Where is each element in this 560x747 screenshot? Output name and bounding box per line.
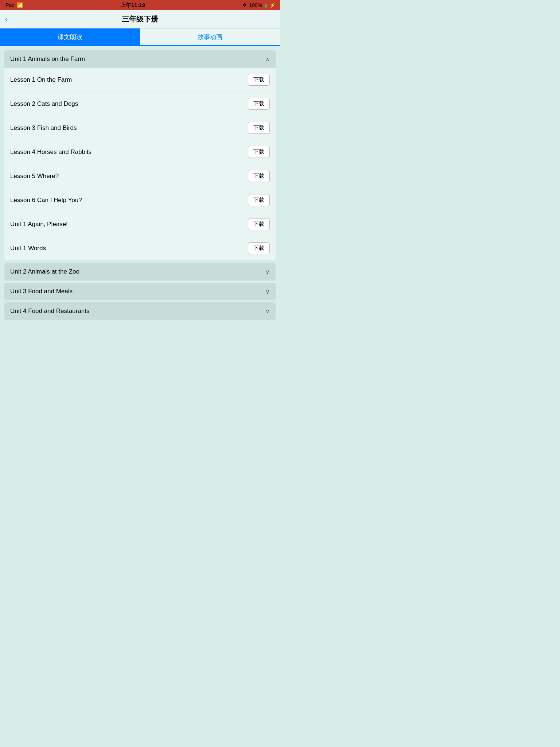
unit1-lessons: Lesson 1 On the Farm 下载 Lesson 2 Cats an… (4, 68, 276, 260)
list-item: Lesson 2 Cats and Dogs 下载 (4, 92, 276, 116)
list-item: Lesson 4 Horses and Rabbits 下载 (4, 140, 276, 164)
download-button[interactable]: 下载 (248, 194, 270, 206)
tab-kewen[interactable]: 课文朗读 (0, 28, 140, 45)
battery-icon: ▮ (264, 2, 267, 8)
status-time: 上午11:19 (120, 2, 145, 9)
ipad-label: iPad (4, 2, 15, 8)
chevron-up-icon: ∧ (265, 56, 270, 63)
status-right: ✲ 100% ▮ ⚡ (242, 2, 276, 8)
list-item: Unit 1 Words 下载 (4, 236, 276, 260)
tab-bar: 课文朗读 故事动画 (0, 28, 280, 46)
unit3-title: Unit 3 Food and Meals (10, 288, 73, 295)
unit1-title: Unit 1 Animals on the Farm (10, 55, 85, 63)
nav-bar: ‹ 三年级下册 (0, 10, 280, 28)
status-left: iPad 📶 (4, 2, 23, 8)
lesson-label: Lesson 1 On the Farm (10, 76, 72, 84)
list-item: Unit 1 Again, Please! 下载 (4, 212, 276, 236)
lesson-label: Lesson 6 Can I Help You? (10, 197, 82, 204)
unit3-header[interactable]: Unit 3 Food and Meals ∨ (4, 283, 276, 300)
unit-section-1: Unit 1 Animals on the Farm ∧ Lesson 1 On… (4, 50, 276, 260)
download-button[interactable]: 下载 (248, 98, 270, 110)
charging-icon: ⚡ (269, 2, 276, 8)
list-item: Lesson 5 Where? 下载 (4, 164, 276, 188)
unit4-title: Unit 4 Food and Restaurants (10, 307, 89, 315)
download-button[interactable]: 下载 (248, 74, 270, 86)
lesson-label: Lesson 3 Fish and Birds (10, 124, 77, 132)
page-title: 三年级下册 (122, 14, 158, 24)
download-button[interactable]: 下载 (248, 170, 270, 182)
bluetooth-icon: ✲ (242, 2, 247, 8)
lesson-label: Lesson 5 Where? (10, 173, 59, 180)
lesson-label: Lesson 2 Cats and Dogs (10, 100, 78, 108)
tab-gushi[interactable]: 故事动画 (140, 28, 280, 45)
download-button[interactable]: 下载 (248, 242, 270, 254)
download-button[interactable]: 下载 (248, 146, 270, 158)
chevron-down-icon: ∨ (265, 268, 270, 275)
unit4-header[interactable]: Unit 4 Food and Restaurants ∨ (4, 302, 276, 320)
list-item: Lesson 1 On the Farm 下载 (4, 68, 276, 92)
list-item: Lesson 6 Can I Help You? 下载 (4, 188, 276, 212)
list-item: Lesson 3 Fish and Birds 下载 (4, 116, 276, 140)
main-content: Unit 1 Animals on the Farm ∧ Lesson 1 On… (0, 46, 280, 329)
unit2-title: Unit 2 Animals at the Zoo (10, 268, 79, 275)
lesson-label: Lesson 4 Horses and Rabbits (10, 148, 92, 156)
download-button[interactable]: 下载 (248, 122, 270, 134)
download-button[interactable]: 下载 (248, 218, 270, 230)
status-bar: iPad 📶 上午11:19 ✲ 100% ▮ ⚡ (0, 0, 280, 10)
chevron-down-icon: ∨ (265, 308, 270, 315)
unit1-header[interactable]: Unit 1 Animals on the Farm ∧ (4, 50, 276, 68)
lesson-label: Unit 1 Words (10, 245, 46, 252)
battery-label: 100% (249, 2, 262, 8)
back-button[interactable]: ‹ (5, 15, 8, 24)
unit2-header[interactable]: Unit 2 Animals at the Zoo ∨ (4, 263, 276, 280)
wifi-icon: 📶 (17, 2, 23, 8)
chevron-down-icon: ∨ (265, 288, 270, 295)
lesson-label: Unit 1 Again, Please! (10, 221, 68, 228)
